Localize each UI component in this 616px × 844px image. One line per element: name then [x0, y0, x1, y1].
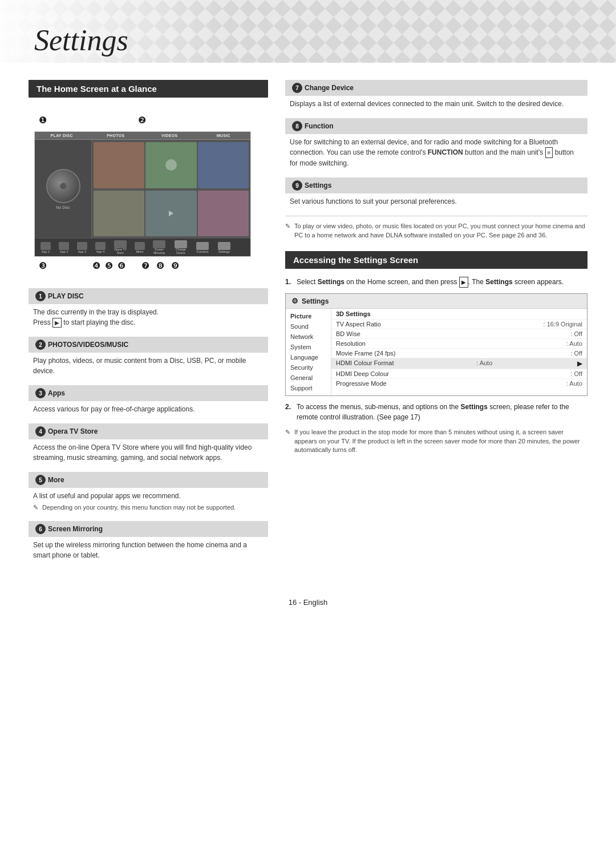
function-bold: FUNCTION — [428, 148, 463, 156]
badge-9: 9 — [292, 180, 302, 191]
thumb-3 — [198, 142, 249, 188]
no-disc-label: No Disc — [56, 205, 70, 209]
settings-menu-picture[interactable]: Picture — [286, 311, 331, 321]
badge-4: 4 — [35, 426, 46, 437]
settings-menu-support[interactable]: Support — [286, 383, 331, 393]
settings-table: ⚙ Settings Picture Sound Network System … — [285, 293, 587, 396]
diag-num-2: ❷ — [138, 115, 146, 126]
app4-label: App 4 — [96, 250, 104, 253]
more-label: More — [136, 250, 144, 253]
function-label: Function — [196, 250, 208, 253]
item-photos-videos-music: 2 PHOTOS/VIDEOS/MUSIC Play photos, video… — [29, 337, 268, 379]
diag-num-3: ❸ — [39, 260, 47, 271]
left-column: The Home Screen at a Glance ❶ ❷ PLAY DIS… — [29, 80, 268, 570]
diag-num-7: ❼ — [141, 260, 149, 271]
step1-number: 1. — [285, 277, 291, 287]
ok-btn-symbol: ▶ — [459, 277, 468, 288]
app2-label: App 2 — [60, 250, 68, 253]
diag-num-9: ❾ — [171, 260, 179, 271]
settings-menu-security[interactable]: Security — [286, 362, 331, 373]
tv-play-disc-label: PLAY DISC — [35, 132, 89, 139]
opera-icon — [114, 240, 127, 248]
screen-mirror-icon — [153, 240, 165, 248]
settings-row-hdmicolor: HDMI Colour Format : Auto ▶ — [331, 358, 587, 369]
badge-5: 5 — [35, 475, 46, 485]
settings-table-body: Picture Sound Network System Language Se… — [286, 309, 587, 395]
settings-row-resolution: Resolution : Auto — [331, 339, 587, 349]
diag-num-1: ❶ — [39, 115, 47, 126]
settings-menu-network[interactable]: Network — [286, 332, 331, 342]
settings-row-bdwise: BD Wise : Off — [331, 329, 587, 339]
settings-left-menu: Picture Sound Network System Language Se… — [286, 309, 331, 395]
settings-bold: Settings — [318, 278, 345, 286]
settings-row-movieframe: Movie Frame (24 fps) : Off — [331, 349, 587, 358]
accessing-header: Accessing the Settings Screen — [285, 251, 587, 269]
settings-row-tv-aspect: TV Aspect Ratio : 16:9 Original — [331, 320, 587, 329]
app3-icon — [77, 242, 87, 250]
item-function: 8 Function Use for switching to an exter… — [285, 118, 587, 172]
settings-table-title: ⚙ Settings — [286, 294, 587, 309]
item-more-header: 5 More — [29, 472, 268, 488]
settings-menu-general[interactable]: General — [286, 373, 331, 383]
tv-videos-label: VIDEOS — [143, 132, 197, 139]
right-note2: If you leave the product in the stop mod… — [285, 428, 587, 454]
settings-bold3: Settings — [461, 403, 488, 411]
thumb-1 — [94, 142, 144, 188]
thumb-5 — [198, 191, 249, 237]
settings-row-progressive: Progressive Mode : Auto — [331, 379, 587, 388]
settings-icon — [218, 242, 230, 250]
settings-label-tv: Settings — [218, 250, 230, 253]
badge-8: 8 — [292, 121, 302, 131]
play-icon — [169, 211, 173, 216]
tv-nav-bar: PLAY DISC PHOTOS VIDEOS MUSIC — [35, 132, 250, 140]
badge-3: 3 — [35, 388, 46, 398]
opera-label: Opera TVStore — [114, 248, 127, 255]
page-footer: 16 - English — [0, 598, 616, 618]
page-title: Settings — [34, 23, 128, 57]
item-screen-mirroring-header: 6 Screen Mirroring — [29, 521, 268, 537]
change-device-icon — [175, 240, 187, 248]
section1-header: The Home Screen at a Glance — [29, 80, 268, 98]
item-play-disc-header: 1 PLAY DISC — [29, 288, 268, 304]
app1-label: App 1 — [42, 250, 50, 253]
item-photos-header: 2 PHOTOS/VIDEOS/MUSIC — [29, 337, 268, 353]
app4-icon — [95, 242, 106, 250]
step2-number: 2. — [285, 402, 291, 412]
tv-diagram: PLAY DISC PHOTOS VIDEOS MUSIC No Disc — [34, 131, 251, 257]
item-function-header: 8 Function — [285, 118, 587, 134]
item-more-body: A list of useful and popular apps we rec… — [29, 491, 268, 515]
item-settings-desc: 9 Settings Set various functions to suit… — [285, 177, 587, 210]
page-header-pattern: Settings — [0, 0, 616, 63]
settings-icon-circle: ⚙ — [291, 297, 298, 305]
settings-menu-language[interactable]: Language — [286, 352, 331, 362]
settings-3d-label: 3D Settings — [331, 309, 587, 320]
change-device-label: ChangeDevice — [176, 248, 186, 255]
badge-1: 1 — [35, 291, 46, 301]
item-screen-mirroring: 6 Screen Mirroring Set up the wireless m… — [29, 521, 268, 564]
tv-music-label: MUSIC — [197, 132, 251, 139]
item-play-disc: 1 PLAY DISC The disc currently in the tr… — [29, 288, 268, 331]
diag-num-6: ❻ — [117, 260, 125, 271]
badge-6: 6 — [35, 524, 46, 534]
item-opera-header: 4 Opera TV Store — [29, 423, 268, 439]
item-change-device: 7 Change Device Displays a list of exter… — [285, 80, 587, 112]
function-btn-symbol: ≡ — [545, 147, 553, 158]
play-btn-symbol: ▶ — [52, 318, 62, 328]
item-apps: 3 Apps Access various for pay or free-of… — [29, 385, 268, 418]
settings-menu-sound[interactable]: Sound — [286, 321, 331, 332]
settings-menu-system[interactable]: System — [286, 342, 331, 352]
item-more: 5 More A list of useful and popular apps… — [29, 472, 268, 515]
item-settings-desc-body: Set various functions to suit your perso… — [285, 196, 587, 210]
thumb-4 — [94, 191, 144, 237]
badge-2: 2 — [35, 340, 46, 350]
screen-mirror-label: ScreenMirroring — [153, 248, 165, 255]
item-apps-header: 3 Apps — [29, 385, 268, 401]
item-function-body: Use for switching to an external device,… — [285, 137, 587, 172]
step2: 2. To access the menus, sub-menus, and o… — [285, 402, 587, 422]
item-more-note: Depending on your country, this menu fun… — [33, 503, 264, 512]
diag-num-8: ❽ — [156, 260, 164, 271]
divider — [285, 216, 587, 216]
right-note: To play or view video, photo, or music f… — [285, 222, 587, 240]
item-settings-desc-header: 9 Settings — [285, 177, 587, 193]
disc-icon — [46, 169, 80, 203]
